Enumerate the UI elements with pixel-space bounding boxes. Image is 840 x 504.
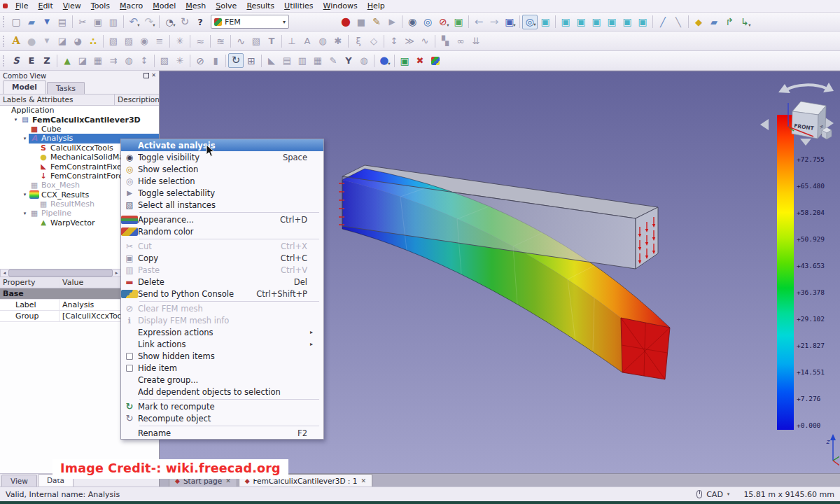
redo-button[interactable]: ↷▾ <box>141 15 157 29</box>
menu-item-toggle-visibility[interactable]: ◉Toggle visibilitySpace <box>121 151 323 163</box>
mesh-disc-button[interactable]: ◉ <box>136 34 152 48</box>
result-warp-button[interactable]: ▲ <box>59 53 75 68</box>
zoom-button[interactable]: ◎ <box>420 15 435 29</box>
mesh-boundary-button[interactable]: ▧ <box>157 53 172 68</box>
result-box3-button[interactable]: ▦ <box>310 53 326 68</box>
mesh-display-button[interactable]: ▣ <box>397 53 412 68</box>
equation-z-button[interactable]: Z <box>39 53 55 68</box>
constraint-flow-button[interactable]: ≈ <box>192 34 208 48</box>
menu-item-copy[interactable]: ▣CopyCtrl+C <box>121 252 323 264</box>
draw-style-button[interactable]: ⊘▾ <box>435 15 451 29</box>
checkbox-icon[interactable] <box>126 353 133 360</box>
result-node-button[interactable]: ◍ <box>356 53 372 68</box>
view-front-button[interactable]: ▣ <box>558 15 573 29</box>
float-panel-button[interactable] <box>144 73 149 78</box>
result-tree-button[interactable]: Y <box>341 53 356 68</box>
menu-item-recompute-object[interactable]: ↻Recompute object <box>121 412 323 424</box>
solver-ccx-button[interactable]: S <box>8 53 24 68</box>
droplet-button[interactable]: ▼ <box>39 34 55 48</box>
constraint-bearing-button[interactable]: ◍ <box>315 34 330 48</box>
constraint-pressure-button[interactable]: ⇊ <box>468 34 484 48</box>
copy-button[interactable]: ▣ <box>90 15 106 29</box>
constraint-displacement-button[interactable]: ◇ <box>366 34 382 48</box>
macro-play-button[interactable]: ▶ <box>384 15 400 29</box>
view-left-button[interactable]: ▣ <box>635 15 650 29</box>
whats-this-button[interactable]: ? <box>192 15 208 29</box>
toolbar-grip[interactable] <box>3 16 6 27</box>
mesh-ball-button[interactable]: ◍ <box>121 53 136 68</box>
view-iso-button[interactable]: ▣ <box>451 15 466 29</box>
menu-item-show-hidden-items[interactable]: Show hidden items <box>121 350 323 362</box>
tab-tasks[interactable]: Tasks <box>47 82 85 94</box>
menu-windows[interactable]: Windows <box>318 1 363 12</box>
measure-button[interactable]: ╱ <box>655 15 671 29</box>
menu-help[interactable]: Help <box>363 1 390 12</box>
mesh-box-button[interactable]: ▧ <box>106 34 121 48</box>
checkbox-icon[interactable] <box>126 365 133 372</box>
new-file-button[interactable]: ▢ <box>8 15 24 29</box>
tab-model[interactable]: Model <box>3 80 46 94</box>
element-box-button[interactable]: ▧ <box>248 34 264 48</box>
tree-item-cube[interactable]: ■Cube <box>0 125 159 134</box>
menu-item-delete[interactable]: ▬DeleteDel <box>121 276 323 288</box>
section-button[interactable]: ◕ <box>70 34 85 48</box>
fit-all-button[interactable]: ◉ <box>405 15 420 29</box>
mesh-bar-button[interactable]: ▮ <box>208 53 223 68</box>
nav-back-button[interactable]: ← <box>471 15 486 29</box>
constraint-temperature-button[interactable]: ↕ <box>386 34 402 48</box>
result-box2-button[interactable]: ▥ <box>295 53 310 68</box>
expander-icon[interactable]: ▾ <box>12 117 20 122</box>
view-top-button[interactable]: ▣ <box>573 15 589 29</box>
menu-item-add-dependent-objects-to-selection[interactable]: Add dependent objects to selection <box>121 386 323 398</box>
constraint-joint-button[interactable]: ∿ <box>233 34 248 48</box>
macro-record-button[interactable]: ● <box>338 15 354 29</box>
menu-solve[interactable]: Solve <box>211 1 241 12</box>
result-box-button[interactable]: ▤ <box>279 53 295 68</box>
menu-view[interactable]: View <box>58 1 86 12</box>
close-panel-button[interactable]: ✕ <box>151 73 156 78</box>
mesh-grid-button[interactable]: ⊞ <box>244 53 259 68</box>
scroll-left-icon[interactable]: ◂ <box>1 270 8 276</box>
menu-edit[interactable]: Edit <box>33 1 57 12</box>
equation-button[interactable]: E <box>24 53 39 68</box>
scrollbar-thumb[interactable] <box>8 270 113 276</box>
measure-clear-button[interactable]: ╲ <box>671 15 686 29</box>
view-right-button[interactable]: ▣ <box>589 15 604 29</box>
menu-item-expression-actions[interactable]: Expression actions▸ <box>121 326 323 338</box>
tree-item-femcalculixcantilever3d[interactable]: ▾▤FemCalculixCantilever3D <box>0 115 159 124</box>
clip-plane-button[interactable]: ◪ <box>55 34 70 48</box>
constraint-contact-button[interactable]: ▚ <box>438 34 453 48</box>
nav-forward-button[interactable]: → <box>486 15 502 29</box>
part-box-button[interactable]: ◆ <box>691 15 706 29</box>
menu-file[interactable]: File <box>10 1 33 12</box>
view-axonometric-button[interactable]: ▣ <box>538 15 553 29</box>
menu-item-select-all-instances[interactable]: ▧Select all instances <box>121 199 323 211</box>
menu-utilities[interactable]: Utilities <box>279 1 318 12</box>
scroll-right-icon[interactable]: ▸ <box>113 270 120 276</box>
constraint-pin-button[interactable]: ⊥ <box>284 34 300 48</box>
tab-view[interactable]: View <box>1 475 37 486</box>
constraint-spring-button[interactable]: ξ <box>351 34 366 48</box>
view-link-button[interactable]: ▣▾ <box>502 15 517 29</box>
menu-tools[interactable]: Tools <box>86 1 115 12</box>
mesh-region-button[interactable]: ▦ <box>90 53 106 68</box>
tree-item-application[interactable]: Application <box>0 106 159 115</box>
expander-icon[interactable]: ▾ <box>21 192 29 197</box>
macro-edit-button[interactable]: ✎ <box>369 15 384 29</box>
menu-item-appearance[interactable]: Appearance...Ctrl+D <box>121 214 323 225</box>
sphere-button[interactable]: ● <box>24 34 39 48</box>
save-file-button[interactable]: ▼ <box>39 15 55 29</box>
menu-item-hide-item[interactable]: Hide item <box>121 362 323 374</box>
menu-item-send-to-python-console[interactable]: Send to Python ConsoleCtrl+Shift+P <box>121 288 323 300</box>
cut-button[interactable]: ✂ <box>75 15 90 29</box>
view-rear-button[interactable]: ▣ <box>604 15 620 29</box>
toolbar-grip[interactable] <box>3 55 6 66</box>
menu-item-hide-selection[interactable]: ◎Hide selection <box>121 175 323 187</box>
export-button[interactable]: ↱ <box>722 15 737 29</box>
constraint-tie-button[interactable]: ∞ <box>453 34 468 48</box>
result-edit-button[interactable]: ✎ <box>326 53 341 68</box>
mesh-hide-button[interactable]: ✖ <box>412 53 428 68</box>
shape-text-button[interactable]: A <box>8 34 24 48</box>
group-folder-button[interactable]: ▰ <box>706 15 722 29</box>
expander-icon[interactable]: ▾ <box>21 136 29 141</box>
